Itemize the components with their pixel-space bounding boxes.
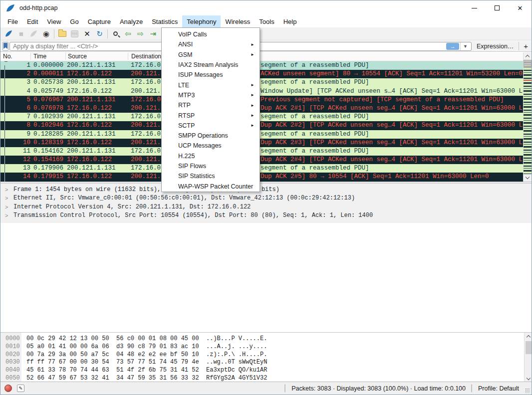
column-header-destination[interactable]: Destination: [131, 53, 161, 60]
packet-cell-src: 172.16.0.122: [67, 87, 112, 96]
start-capture-icon[interactable]: [2, 28, 15, 39]
packet-row[interactable]: 20.000011172.16.0.122200.121.1.131ACKed …: [0, 70, 524, 78]
expert-info-button[interactable]: [4, 385, 12, 392]
menu-item-smpp-operations[interactable]: SMPP Operations: [162, 131, 260, 141]
expression-button[interactable]: Expression…: [477, 43, 514, 50]
menubar-item-edit[interactable]: Edit: [22, 15, 42, 27]
hex-row[interactable]: 000000 0c 29 42 12 13 00 50 56 c0 00 01 …: [0, 335, 532, 343]
menu-item-sip-statistics[interactable]: SIP Statistics: [162, 171, 260, 181]
resize-grip[interactable]: [525, 388, 530, 393]
expand-arrow-icon[interactable]: >: [5, 194, 8, 202]
packet-row[interactable]: 100.128319172.16.0.122200.121.1.131Dup A…: [0, 139, 524, 147]
menubar-item-statistics[interactable]: Statistics: [147, 15, 182, 27]
maximize-button[interactable]: [486, 0, 509, 15]
menu-item-sctp[interactable]: SCTP►: [162, 121, 260, 131]
stop-capture-icon[interactable]: ■: [15, 28, 27, 39]
packet-minimap[interactable]: [524, 60, 532, 174]
menu-item-isup-messages[interactable]: ISUP Messages: [162, 70, 260, 80]
menu-item-voip-calls[interactable]: VoIP Calls: [162, 29, 260, 39]
menu-item-h-225[interactable]: H.225: [162, 151, 260, 161]
packet-row[interactable]: 50.076967200.121.1.131172.16.0.122Previo…: [0, 96, 524, 104]
column-divider[interactable]: [30, 53, 31, 60]
related-packet-line: [4, 78, 5, 87]
scroll-up-button[interactable]: [525, 333, 532, 340]
packet-row[interactable]: 60.076978172.16.0.122200.121.1.131Dup AC…: [0, 104, 524, 113]
column-divider[interactable]: [128, 53, 128, 60]
filter-bookmark-button[interactable]: [2, 42, 8, 51]
detail-row[interactable]: >Internet Protocol Version 4, Src: 200.1…: [0, 203, 532, 211]
menu-item-rtp[interactable]: RTP►: [162, 100, 260, 110]
detail-row[interactable]: >Transmission Control Protocol, Src Port…: [0, 211, 532, 220]
close-button[interactable]: ✕: [509, 0, 532, 15]
detail-row[interactable]: >Frame 1: 1454 bytes on wire (11632 bits…: [0, 186, 532, 194]
menu-item-gsm[interactable]: GSM►: [162, 50, 260, 60]
menu-item-sip-flows[interactable]: SIP Flows: [162, 161, 260, 171]
hex-bytes: 45 61 33 78 70 74 44 63 51 4f 2f 6b 75 3…: [26, 367, 199, 375]
menubar-item-wireless[interactable]: Wireless: [221, 15, 255, 27]
menubar-item-analyze[interactable]: Analyze: [115, 15, 147, 27]
menubar-item-view[interactable]: View: [42, 15, 65, 27]
menubar-item-telephony[interactable]: Telephony: [182, 15, 221, 27]
go-forward-icon[interactable]: ⇨: [134, 28, 147, 39]
scroll-down-button[interactable]: [524, 174, 532, 182]
open-file-icon[interactable]: [56, 28, 68, 39]
close-file-icon[interactable]: ✕: [81, 28, 93, 39]
scrollbar-thumb[interactable]: [526, 341, 532, 354]
packet-row[interactable]: 140.179915172.16.0.122200.121.1.131Dup A…: [0, 173, 524, 181]
packet-row[interactable]: 80.102946172.16.0.122200.121.1.131Dup AC…: [0, 121, 524, 130]
submenu-arrow-icon: ►: [251, 52, 255, 57]
packet-list-scrollbar[interactable]: [523, 52, 532, 182]
packet-row[interactable]: 90.128285200.121.1.131172.16.0.122segmen…: [0, 130, 524, 139]
save-file-icon[interactable]: 010: [68, 28, 81, 39]
restart-capture-icon[interactable]: [27, 28, 40, 39]
menu-item-wap-wsp-packet-counter[interactable]: WAP-WSP Packet Counter: [162, 181, 260, 191]
menubar-item-go[interactable]: Go: [65, 15, 83, 27]
menu-item-iax2-stream-analysis[interactable]: IAX2 Stream Analysis: [162, 60, 260, 70]
menubar-item-capture[interactable]: Capture: [83, 15, 115, 27]
menu-item-ucp-messages[interactable]: UCP Messages: [162, 141, 260, 151]
packet-row[interactable]: 120.154169172.16.0.122200.121.1.131Dup A…: [0, 156, 524, 164]
packet-row[interactable]: 130.179906200.121.1.131172.16.0.122segme…: [0, 164, 524, 173]
packet-cell-src: 172.16.0.122: [67, 156, 112, 164]
go-back-icon[interactable]: ⇦: [122, 28, 134, 39]
menubar-item-file[interactable]: File: [3, 15, 22, 27]
find-packet-icon[interactable]: [109, 28, 122, 39]
packet-row[interactable]: 10.000000200.121.1.131172.16.0.122segmen…: [0, 61, 524, 70]
capture-options-icon[interactable]: ◉: [40, 28, 52, 39]
packet-row[interactable]: 110.154162200.121.1.131172.16.0.122segme…: [0, 147, 524, 156]
hex-row[interactable]: 004045 61 33 78 70 74 44 63 51 4f 2f 6b …: [0, 367, 532, 375]
scroll-up-button[interactable]: [524, 52, 532, 60]
detail-row[interactable]: >Ethernet II, Src: Vmware_c0:00:01 (00:5…: [0, 194, 532, 202]
column-header-source[interactable]: Source: [68, 53, 87, 60]
menu-item-rtsp[interactable]: RTSP►: [162, 110, 260, 120]
apply-filter-button[interactable]: →: [446, 43, 459, 50]
hex-scrollbar[interactable]: [524, 333, 532, 383]
capture-comment-button[interactable]: ✎: [17, 385, 24, 392]
hex-row[interactable]: 001005 a0 01 41 00 00 6a 06 d3 90 c8 79 …: [0, 343, 532, 351]
filter-dropdown-button[interactable]: ▼: [460, 42, 470, 50]
column-header-no[interactable]: No.: [3, 53, 12, 60]
expand-arrow-icon[interactable]: >: [5, 186, 8, 194]
menu-item-mtp3[interactable]: MTP3►: [162, 90, 260, 100]
menu-item-ansi[interactable]: ANSI►: [162, 39, 260, 49]
scrollbar-thumb[interactable]: [524, 60, 532, 68]
packet-row[interactable]: 70.102939200.121.1.131172.16.0.122segmen…: [0, 113, 524, 121]
profile-status-text[interactable]: Profile: Default: [478, 385, 519, 392]
packet-row[interactable]: 30.025738200.121.1.131172.16.0.122segmen…: [0, 78, 524, 87]
packet-cell-info: segment of a reassembled PDU]: [261, 61, 369, 70]
hex-row[interactable]: 0030ff ff 77 67 00 00 30 54 73 57 77 51 …: [0, 359, 532, 367]
expand-arrow-icon[interactable]: >: [5, 203, 8, 211]
expand-arrow-icon[interactable]: >: [5, 211, 8, 220]
column-divider[interactable]: [65, 53, 66, 60]
hex-row[interactable]: 002000 7a 29 3a 00 50 a7 5c 04 48 e2 e2 …: [0, 351, 532, 359]
go-to-packet-icon[interactable]: ⇥: [147, 28, 159, 39]
menu-item-lte[interactable]: LTE►: [162, 80, 260, 90]
reload-file-icon[interactable]: ↻: [93, 28, 106, 39]
column-header-time[interactable]: Time: [33, 53, 46, 60]
menubar-item-help[interactable]: Help: [279, 15, 301, 27]
minimize-button[interactable]: [463, 0, 486, 15]
add-filter-button[interactable]: +: [519, 42, 532, 50]
menubar-item-tools[interactable]: Tools: [255, 15, 278, 27]
wireshark-logo-icon: [5, 4, 15, 12]
packet-row[interactable]: 40.025749172.16.0.122200.121.1.131Window…: [0, 87, 524, 96]
